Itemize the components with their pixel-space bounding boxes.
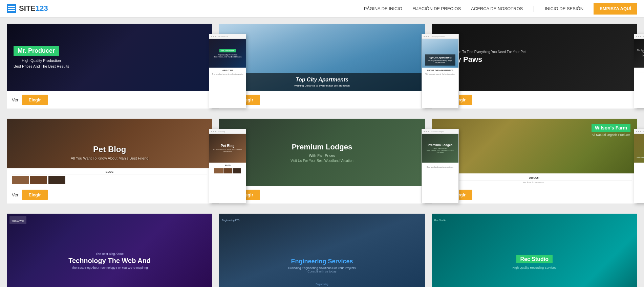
card-actions-apartments: Ver Elegir [219, 91, 425, 109]
card-preview-happypaws[interactable]: The Best Place To Find Everything You Ne… [432, 24, 637, 91]
logo-area: SITE123 [7, 4, 48, 13]
card-actions-petblog: Ver Elegir [7, 186, 212, 204]
fp-section-mr-producer: ABOUT US This template is one of our bes… [209, 68, 246, 77]
nav-about[interactable]: ACERCA DE NOSOTROS [471, 6, 523, 11]
template-card-farm: Wilson's Farm All Natural Organic Produc… [432, 119, 637, 204]
template-card-wrapper-mr-producer: Mr. Producer High Quality ProductionBest… [7, 24, 212, 109]
card-title-techweb: Technology The Web And [14, 257, 206, 265]
template-card-mr-producer: Mr. Producer High Quality ProductionBest… [7, 24, 212, 109]
template-card-wrapper-lodges: Premium Lodges With Fair Prices Visit Us… [219, 119, 425, 204]
nav: PÁGINA DE INICIO FIJACIÓN DE PRECIOS ACE… [364, 3, 637, 15]
elegir-button-mr-producer[interactable]: Elegir [22, 95, 48, 105]
card-actions-farm: Ver Elegir [432, 186, 637, 204]
template-card-wrapper-recstudio: Rec Studio Rec Studio High Quality Recor… [432, 214, 637, 287]
ver-button-petblog[interactable]: Ver [12, 192, 19, 197]
floating-preview-mr-producer: Mr. Producer Mr. Producer High Quality P… [209, 34, 246, 108]
nav-divider: | [533, 5, 535, 12]
card-preview-petblog[interactable]: Pet Blog All You Want To Know About Man'… [7, 119, 212, 186]
template-card-lodges: Premium Lodges With Fair Prices Visit Us… [219, 119, 425, 204]
fp-header-happypaws: Happy Paws [634, 34, 644, 39]
nav-pricing[interactable]: FIJACIÓN DE PRECIOS [412, 6, 461, 11]
card-preview-lodges[interactable]: Premium Lodges With Fair Prices Visit Us… [219, 119, 425, 186]
header: SITE123 PÁGINA DE INICIO FIJACIÓN DE PRE… [0, 0, 644, 17]
template-card-wrapper-happypaws: The Best Place To Find Everything You Ne… [432, 24, 637, 109]
template-card-engineering: Engineering LTD Engineering Services Pro… [219, 214, 425, 287]
card-actions-mr-producer: Ver Elegir [7, 91, 212, 109]
card-preview-engineering[interactable]: Engineering LTD Engineering Services Pro… [219, 214, 425, 287]
template-card-apartments: Top City Apartments Walking Distance to … [219, 24, 425, 109]
templates-grid: Mr. Producer High Quality ProductionBest… [7, 24, 637, 287]
template-card-techweb: Tech & Web The Best Blog About Technolog… [7, 214, 212, 287]
template-card-happypaws: The Best Place To Find Everything You Ne… [432, 24, 637, 109]
card-preview-recstudio[interactable]: Rec Studio Rec Studio High Quality Recor… [432, 214, 637, 287]
template-card-wrapper-apartments: Top City Apartments Walking Distance to … [219, 24, 425, 109]
template-card-wrapper-engineering: Engineering LTD Engineering Services Pro… [219, 214, 425, 287]
start-button[interactable]: EMPIEZA AQUÍ [594, 3, 637, 15]
template-card-wrapper-farm: Wilson's Farm All Natural Organic Produc… [432, 119, 637, 204]
floating-preview-lodges: Premium Lodges Premium Lodges With Fair … [422, 129, 459, 203]
fp-hero-mr-producer: Mr. Producer High Quality Production Bes… [209, 39, 246, 68]
card-preview-apartments[interactable]: Top City Apartments Walking Distance to … [219, 24, 425, 91]
floating-preview-happypaws: Happy Paws The Best Place To Find Everyt… [634, 34, 644, 108]
card-preview-mr-producer[interactable]: Mr. Producer High Quality ProductionBest… [7, 24, 212, 91]
fp-header-apartments: Lovely Apartments [422, 34, 458, 39]
template-card-wrapper-petblog: Pet Blog All You Want To Know About Man'… [7, 119, 212, 204]
nav-home[interactable]: PÁGINA DE INICIO [364, 6, 402, 11]
apartment-overlay: Top City Apartments Walking Distance to … [219, 73, 425, 91]
logo-text: SITE123 [19, 4, 48, 13]
ver-button-mr-producer[interactable]: Ver [12, 97, 19, 102]
fp-header-mr-producer: Mr. Producer [209, 34, 246, 39]
template-card-petblog: Pet Blog All You Want To Know About Man'… [7, 119, 212, 204]
card-actions-happypaws: Ver Elegir [432, 91, 637, 109]
template-card-wrapper-techweb: Tech & Web The Best Blog About Technolog… [7, 214, 212, 287]
nav-login[interactable]: INICIO DE SESIÓN [545, 6, 583, 11]
floating-preview-petblog: Pet Blog Pet Blog All You Want To Know A… [209, 129, 246, 203]
card-subtitle-mr-producer: High Quality ProductionBest Prices And T… [14, 58, 69, 69]
card-actions-lodges: Ver Elegir [219, 186, 425, 204]
card-title-engineering: Engineering Services [226, 258, 418, 265]
main-content: Mr. Producer High Quality ProductionBest… [0, 17, 644, 287]
elegir-button-petblog[interactable]: Elegir [22, 190, 48, 200]
floating-preview-apartments: Lovely Apartments Top City Apartments Wa… [422, 34, 459, 108]
card-title-mr-producer: Mr. Producer [18, 47, 55, 54]
card-preview-farm[interactable]: Wilson's Farm All Natural Organic Produc… [432, 119, 637, 186]
card-preview-techweb[interactable]: Tech & Web The Best Blog About Technolog… [7, 214, 212, 287]
template-card-recstudio: Rec Studio Rec Studio High Quality Recor… [432, 214, 637, 287]
floating-preview-farm: Wilson's Farm Wilson's Farm With over 12… [634, 129, 644, 203]
menu-icon[interactable] [7, 4, 16, 13]
